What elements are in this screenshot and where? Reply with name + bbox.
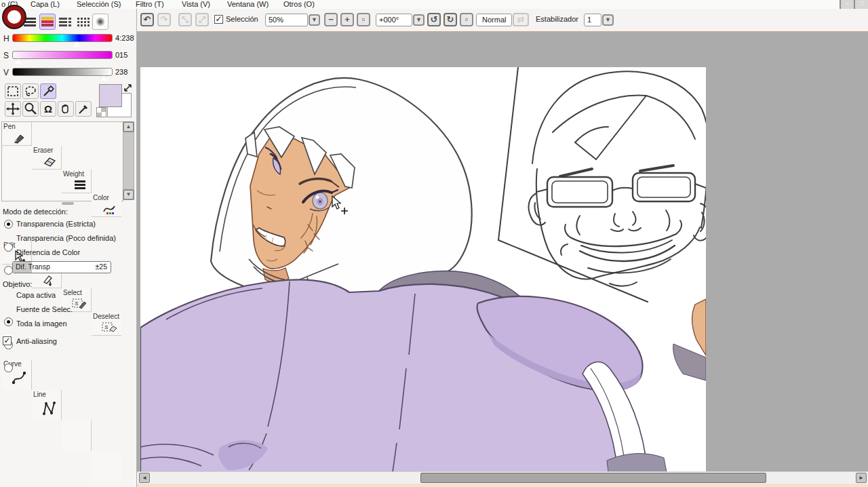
tool-cell-pen[interactable]: Pen bbox=[2, 122, 32, 146]
swatches-panel-button[interactable] bbox=[75, 14, 91, 30]
value-slider[interactable] bbox=[12, 68, 113, 76]
radio-label-diferencia-color[interactable]: Diferencia de Color bbox=[16, 248, 80, 257]
gray-wedge-edge bbox=[673, 344, 706, 381]
tool-grid-scroll-down[interactable]: ▼ bbox=[123, 189, 134, 200]
seleccion-checkbox[interactable]: ✓ bbox=[214, 15, 223, 24]
horizontal-scrollbar[interactable]: ◄ ► bbox=[137, 471, 868, 484]
antialiasing-label[interactable]: Anti-aliasing bbox=[16, 336, 57, 346]
saturation-slider[interactable] bbox=[12, 51, 113, 59]
zoom-reset-button[interactable]: ▫ bbox=[357, 13, 370, 26]
jacket bbox=[140, 271, 667, 472]
menu-item-seleccion[interactable]: Selección (S) bbox=[75, 0, 122, 9]
rotate-ccw-button[interactable]: ↺ bbox=[427, 13, 441, 26]
primary-color-swatch[interactable] bbox=[99, 84, 122, 107]
hue-slider-marker[interactable] bbox=[73, 41, 80, 46]
hand-icon bbox=[58, 102, 73, 116]
selection-scale-button[interactable]: ⤢ bbox=[195, 13, 209, 26]
curve-icon bbox=[10, 369, 29, 387]
radio-capa-activa[interactable] bbox=[4, 317, 13, 326]
magic-wand-tool[interactable] bbox=[40, 83, 56, 99]
recording-indicator-icon bbox=[3, 6, 25, 28]
stabilizer-value-field[interactable]: 1 bbox=[584, 14, 601, 26]
saturation-slider-marker[interactable] bbox=[15, 58, 22, 63]
rect-select-tool[interactable] bbox=[5, 83, 21, 99]
mixer-panel-button[interactable] bbox=[57, 14, 73, 30]
swap-colors-arrows[interactable] bbox=[123, 83, 134, 94]
radio-label-transparencia-poco-definida[interactable]: Transparencia (Poco definida) bbox=[16, 233, 116, 243]
eyedropper-icon bbox=[76, 102, 91, 116]
line-icon bbox=[40, 400, 59, 417]
tool-label-color: Color bbox=[93, 194, 109, 201]
redo-button[interactable]: ↷ bbox=[157, 13, 171, 26]
radio-toda-imagen[interactable] bbox=[4, 364, 13, 372]
tool-label-deselect: Deselect bbox=[93, 313, 119, 320]
drawing-canvas[interactable] bbox=[140, 67, 706, 472]
antialiasing-checkbox[interactable]: ✓ bbox=[3, 336, 12, 345]
rotate-reset-button[interactable]: ▫ bbox=[460, 13, 473, 26]
zoom-level-field[interactable]: 50% bbox=[265, 14, 308, 26]
rotate-cw-button[interactable]: ↻ bbox=[443, 13, 457, 26]
omega-icon: Ω bbox=[44, 103, 52, 115]
radio-label-transparencia-estricta[interactable]: Transparencia (Estricta) bbox=[16, 219, 96, 229]
dif-transp-value: ±25 bbox=[96, 262, 107, 271]
swap-color-button[interactable]: ⇄ bbox=[513, 13, 529, 26]
zoom-tool[interactable] bbox=[22, 101, 39, 117]
menu-item-capa[interactable]: Capa (L) bbox=[29, 0, 61, 9]
tool-cell-line[interactable]: Line bbox=[32, 390, 62, 421]
weight-icon bbox=[73, 179, 87, 191]
pen-icon bbox=[12, 131, 29, 144]
value-slider-marker[interactable] bbox=[100, 75, 107, 80]
move-tool[interactable] bbox=[5, 101, 21, 117]
tool-cell-color[interactable]: Color bbox=[92, 193, 121, 217]
transparent-color-swatch[interactable] bbox=[96, 107, 106, 117]
hue-value: 4:238 bbox=[115, 34, 137, 43]
zoom-dropdown-button[interactable]: ▼ bbox=[309, 14, 320, 26]
left-tool-panel: H 4:238 S 015 V 238 bbox=[0, 9, 137, 487]
tool-cell-eraser[interactable]: Eraser bbox=[32, 146, 62, 170]
tool-cell-deselect[interactable]: Deselect S bbox=[92, 312, 121, 336]
menu-bar: o (C) Capa (L) Selección (S) Filtro (T) … bbox=[0, 0, 868, 9]
blend-mode-button[interactable]: Normal bbox=[476, 14, 512, 26]
dif-transp-slider-field[interactable]: Dif. Transp ±25 bbox=[12, 261, 111, 273]
tool-label-eraser: Eraser bbox=[33, 147, 53, 154]
selection-transform-button[interactable]: ⤡ bbox=[178, 13, 192, 26]
tool-cell-weight[interactable]: Weight bbox=[62, 170, 92, 193]
scrollbar-thumb[interactable] bbox=[420, 473, 766, 483]
pressure-icon bbox=[41, 273, 59, 287]
zoom-out-button[interactable]: − bbox=[324, 13, 338, 26]
scroll-left-button[interactable]: ◄ bbox=[139, 473, 150, 483]
magnifier-icon bbox=[23, 102, 38, 116]
eyedropper-tool[interactable] bbox=[75, 101, 92, 117]
scratchpad-panel-button[interactable] bbox=[92, 14, 108, 30]
tool-grid-scrollbar[interactable]: ▲ ▼ bbox=[123, 121, 134, 200]
rect-select-icon bbox=[5, 84, 20, 98]
frame-left-edge bbox=[498, 67, 518, 240]
angle-dropdown-button[interactable]: ▼ bbox=[413, 14, 425, 26]
rotation-angle-field[interactable]: +000° bbox=[376, 14, 412, 26]
radio-transparencia-poco-definida[interactable] bbox=[4, 243, 13, 252]
undo-button[interactable]: ↶ bbox=[140, 13, 154, 26]
deselect-eraser-icon: S bbox=[101, 321, 119, 334]
scroll-right-button[interactable]: ► bbox=[856, 473, 867, 483]
menu-item-vista[interactable]: Vista (V) bbox=[180, 0, 212, 9]
menu-item-ventana[interactable]: Ventana (W) bbox=[226, 0, 270, 9]
hand-tool[interactable] bbox=[58, 101, 74, 117]
hsv-slider-icon bbox=[40, 14, 55, 29]
swatches-grid-icon bbox=[75, 14, 90, 29]
panel-splitter-handle[interactable] bbox=[62, 202, 74, 205]
hsv-slider-panel-button[interactable] bbox=[39, 14, 56, 30]
menu-item-filtro[interactable]: Filtro (T) bbox=[134, 0, 165, 9]
tool-grid-scroll-up[interactable]: ▲ bbox=[123, 121, 134, 132]
radio-label-toda-imagen[interactable]: Toda la imagen bbox=[16, 319, 67, 328]
zoom-in-button[interactable]: + bbox=[340, 13, 354, 26]
menu-item-otros[interactable]: Otros (O) bbox=[282, 0, 316, 9]
tool-grid: Pen Eraser Weight Color Edit bbox=[1, 121, 123, 201]
radio-label-fuente-selec[interactable]: Fuente de Selec. bbox=[16, 305, 73, 314]
radio-label-capa-activa[interactable]: Capa activa bbox=[16, 290, 56, 300]
radio-transparencia-estricta[interactable] bbox=[4, 220, 13, 229]
stabilizer-dropdown-button[interactable]: ▼ bbox=[602, 14, 614, 26]
hue-slider[interactable] bbox=[12, 34, 113, 42]
rotate-canvas-tool[interactable]: Ω bbox=[40, 101, 56, 117]
tool-cell-empty-2 bbox=[92, 451, 121, 482]
lasso-tool[interactable] bbox=[22, 83, 39, 99]
